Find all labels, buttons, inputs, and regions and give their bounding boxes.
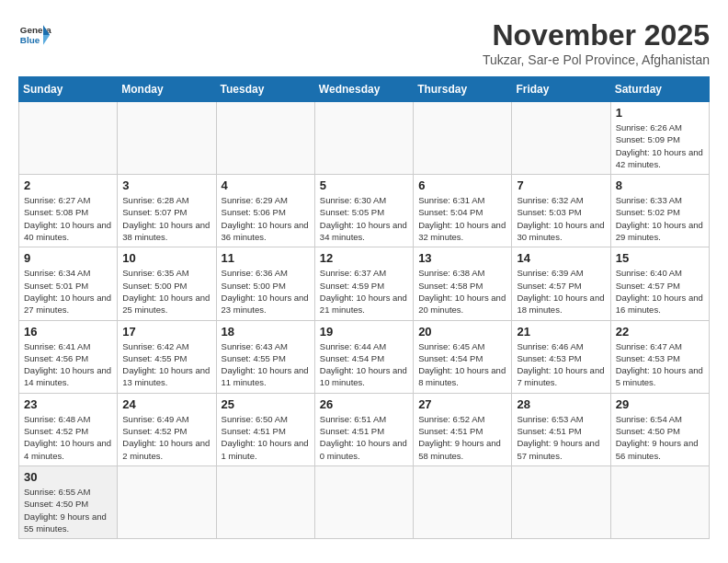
day-number: 15 bbox=[616, 251, 704, 265]
column-header-monday: Monday bbox=[118, 77, 216, 102]
day-number: 4 bbox=[222, 178, 310, 192]
calendar-header-row: SundayMondayTuesdayWednesdayThursdayFrid… bbox=[19, 77, 710, 102]
day-info: Sunrise: 6:45 AM Sunset: 4:54 PM Dayligh… bbox=[418, 340, 506, 389]
day-info: Sunrise: 6:46 AM Sunset: 4:53 PM Dayligh… bbox=[517, 340, 605, 389]
calendar-day-cell: 3Sunrise: 6:28 AM Sunset: 5:07 PM Daylig… bbox=[118, 175, 216, 247]
day-info: Sunrise: 6:33 AM Sunset: 5:02 PM Dayligh… bbox=[616, 194, 704, 243]
day-number: 30 bbox=[24, 470, 112, 484]
day-info: Sunrise: 6:30 AM Sunset: 5:05 PM Dayligh… bbox=[320, 194, 408, 243]
calendar-day-cell: 7Sunrise: 6:32 AM Sunset: 5:03 PM Daylig… bbox=[512, 175, 610, 247]
calendar-week-row: 30Sunrise: 6:55 AM Sunset: 4:50 PM Dayli… bbox=[19, 465, 710, 538]
day-info: Sunrise: 6:28 AM Sunset: 5:07 PM Dayligh… bbox=[122, 194, 210, 243]
calendar-day-cell: 27Sunrise: 6:52 AM Sunset: 4:51 PM Dayli… bbox=[414, 393, 512, 465]
svg-marker-3 bbox=[43, 35, 50, 45]
svg-text:Blue: Blue bbox=[20, 35, 40, 45]
day-info: Sunrise: 6:51 AM Sunset: 4:51 PM Dayligh… bbox=[320, 413, 408, 462]
column-header-wednesday: Wednesday bbox=[314, 77, 413, 102]
calendar-day-cell: 23Sunrise: 6:48 AM Sunset: 4:52 PM Dayli… bbox=[19, 393, 118, 465]
calendar-week-row: 23Sunrise: 6:48 AM Sunset: 4:52 PM Dayli… bbox=[19, 393, 710, 465]
calendar-day-cell: 2Sunrise: 6:27 AM Sunset: 5:08 PM Daylig… bbox=[19, 175, 118, 247]
calendar-day-cell: 14Sunrise: 6:39 AM Sunset: 4:57 PM Dayli… bbox=[512, 247, 610, 320]
calendar-day-cell: 22Sunrise: 6:47 AM Sunset: 4:53 PM Dayli… bbox=[610, 320, 709, 393]
day-info: Sunrise: 6:43 AM Sunset: 4:55 PM Dayligh… bbox=[222, 340, 310, 389]
calendar-day-cell: 17Sunrise: 6:42 AM Sunset: 4:55 PM Dayli… bbox=[118, 320, 216, 393]
column-header-tuesday: Tuesday bbox=[216, 77, 314, 102]
generalblue-logo-icon: General Blue bbox=[18, 18, 51, 52]
day-info: Sunrise: 6:29 AM Sunset: 5:06 PM Dayligh… bbox=[222, 194, 310, 243]
calendar-day-cell bbox=[414, 465, 512, 538]
calendar-day-cell: 21Sunrise: 6:46 AM Sunset: 4:53 PM Dayli… bbox=[512, 320, 610, 393]
day-number: 11 bbox=[222, 251, 310, 265]
day-number: 27 bbox=[418, 397, 506, 411]
calendar-day-cell bbox=[118, 465, 216, 538]
calendar-day-cell: 5Sunrise: 6:30 AM Sunset: 5:05 PM Daylig… bbox=[314, 175, 413, 247]
day-info: Sunrise: 6:27 AM Sunset: 5:08 PM Dayligh… bbox=[24, 194, 112, 243]
calendar-day-cell bbox=[414, 102, 512, 175]
day-info: Sunrise: 6:50 AM Sunset: 4:51 PM Dayligh… bbox=[222, 413, 310, 462]
day-number: 24 bbox=[122, 397, 210, 411]
day-number: 5 bbox=[320, 178, 408, 192]
calendar-day-cell: 8Sunrise: 6:33 AM Sunset: 5:02 PM Daylig… bbox=[610, 175, 709, 247]
calendar-week-row: 1Sunrise: 6:26 AM Sunset: 5:09 PM Daylig… bbox=[19, 102, 710, 175]
calendar-day-cell bbox=[512, 465, 610, 538]
day-info: Sunrise: 6:41 AM Sunset: 4:56 PM Dayligh… bbox=[24, 340, 112, 389]
calendar-day-cell: 6Sunrise: 6:31 AM Sunset: 5:04 PM Daylig… bbox=[414, 175, 512, 247]
day-info: Sunrise: 6:44 AM Sunset: 4:54 PM Dayligh… bbox=[320, 340, 408, 389]
day-info: Sunrise: 6:48 AM Sunset: 4:52 PM Dayligh… bbox=[24, 413, 112, 462]
day-number: 12 bbox=[320, 251, 408, 265]
day-number: 19 bbox=[320, 325, 408, 339]
day-number: 6 bbox=[418, 178, 506, 192]
calendar-day-cell: 16Sunrise: 6:41 AM Sunset: 4:56 PM Dayli… bbox=[19, 320, 118, 393]
day-info: Sunrise: 6:47 AM Sunset: 4:53 PM Dayligh… bbox=[616, 340, 704, 389]
day-info: Sunrise: 6:49 AM Sunset: 4:52 PM Dayligh… bbox=[122, 413, 210, 462]
column-header-friday: Friday bbox=[512, 77, 610, 102]
day-number: 29 bbox=[616, 397, 704, 411]
calendar-day-cell: 26Sunrise: 6:51 AM Sunset: 4:51 PM Dayli… bbox=[314, 393, 413, 465]
day-number: 8 bbox=[616, 178, 704, 192]
day-info: Sunrise: 6:55 AM Sunset: 4:50 PM Dayligh… bbox=[24, 486, 112, 534]
day-info: Sunrise: 6:40 AM Sunset: 4:57 PM Dayligh… bbox=[616, 267, 704, 316]
calendar-day-cell bbox=[610, 465, 709, 538]
calendar-day-cell: 13Sunrise: 6:38 AM Sunset: 4:58 PM Dayli… bbox=[414, 247, 512, 320]
calendar-day-cell: 30Sunrise: 6:55 AM Sunset: 4:50 PM Dayli… bbox=[19, 465, 118, 538]
day-number: 3 bbox=[122, 178, 210, 192]
calendar-day-cell bbox=[512, 102, 610, 175]
day-number: 18 bbox=[222, 325, 310, 339]
day-info: Sunrise: 6:35 AM Sunset: 5:00 PM Dayligh… bbox=[122, 267, 210, 316]
calendar-day-cell: 9Sunrise: 6:34 AM Sunset: 5:01 PM Daylig… bbox=[19, 247, 118, 320]
calendar-day-cell: 11Sunrise: 6:36 AM Sunset: 5:00 PM Dayli… bbox=[216, 247, 314, 320]
column-header-sunday: Sunday bbox=[19, 77, 118, 102]
day-number: 14 bbox=[517, 251, 605, 265]
day-number: 26 bbox=[320, 397, 408, 411]
calendar-day-cell: 12Sunrise: 6:37 AM Sunset: 4:59 PM Dayli… bbox=[314, 247, 413, 320]
day-number: 22 bbox=[616, 325, 704, 339]
calendar-day-cell: 25Sunrise: 6:50 AM Sunset: 4:51 PM Dayli… bbox=[216, 393, 314, 465]
calendar-table: SundayMondayTuesdayWednesdayThursdayFrid… bbox=[18, 76, 710, 539]
column-header-thursday: Thursday bbox=[414, 77, 512, 102]
day-number: 28 bbox=[517, 397, 605, 411]
subtitle: Tukzar, Sar-e Pol Province, Afghanistan bbox=[483, 52, 710, 67]
day-number: 23 bbox=[24, 397, 112, 411]
day-number: 1 bbox=[616, 106, 704, 120]
day-info: Sunrise: 6:36 AM Sunset: 5:00 PM Dayligh… bbox=[222, 267, 310, 316]
calendar-day-cell: 19Sunrise: 6:44 AM Sunset: 4:54 PM Dayli… bbox=[314, 320, 413, 393]
day-number: 7 bbox=[517, 178, 605, 192]
calendar-day-cell: 4Sunrise: 6:29 AM Sunset: 5:06 PM Daylig… bbox=[216, 175, 314, 247]
month-title: November 2025 bbox=[483, 18, 710, 52]
day-number: 10 bbox=[122, 251, 210, 265]
day-number: 17 bbox=[122, 325, 210, 339]
day-info: Sunrise: 6:39 AM Sunset: 4:57 PM Dayligh… bbox=[517, 267, 605, 316]
calendar-day-cell bbox=[314, 465, 413, 538]
calendar-day-cell bbox=[19, 102, 118, 175]
calendar-day-cell: 10Sunrise: 6:35 AM Sunset: 5:00 PM Dayli… bbox=[118, 247, 216, 320]
calendar-day-cell: 28Sunrise: 6:53 AM Sunset: 4:51 PM Dayli… bbox=[512, 393, 610, 465]
day-number: 2 bbox=[24, 178, 112, 192]
page-header: General Blue November 2025 Tukzar, Sar-e… bbox=[18, 18, 710, 67]
column-header-saturday: Saturday bbox=[610, 77, 709, 102]
day-info: Sunrise: 6:26 AM Sunset: 5:09 PM Dayligh… bbox=[616, 121, 704, 170]
day-info: Sunrise: 6:38 AM Sunset: 4:58 PM Dayligh… bbox=[418, 267, 506, 316]
day-info: Sunrise: 6:42 AM Sunset: 4:55 PM Dayligh… bbox=[122, 340, 210, 389]
day-number: 20 bbox=[418, 325, 506, 339]
day-info: Sunrise: 6:53 AM Sunset: 4:51 PM Dayligh… bbox=[517, 413, 605, 462]
calendar-day-cell bbox=[216, 465, 314, 538]
